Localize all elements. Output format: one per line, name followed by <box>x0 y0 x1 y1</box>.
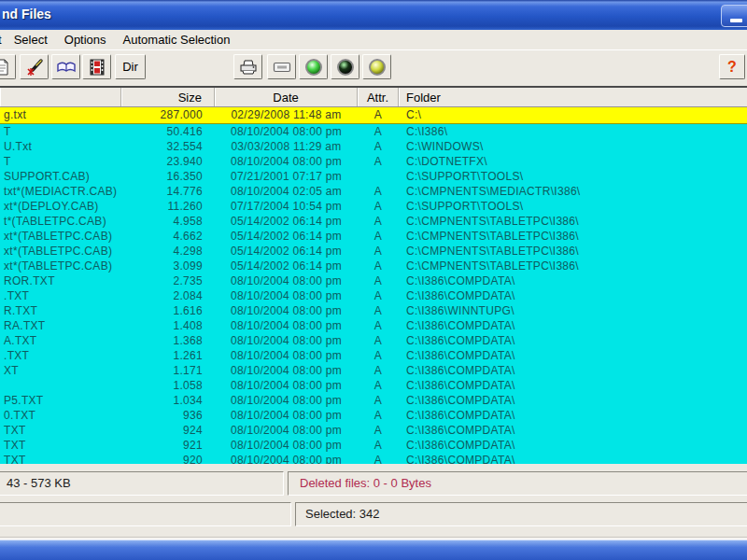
table-row[interactable]: xt*(TABLETPC.CAB)3.09905/14/2002 06:14 p… <box>0 259 747 273</box>
table-row[interactable]: TXT92408/10/2004 08:00 pmAC:\I386\COMPDA… <box>0 423 747 438</box>
cell-date: 05/14/2002 06:14 pm <box>215 244 358 259</box>
table-row[interactable]: TXT92008/10/2004 08:00 pmAC:\I386\COMPDA… <box>0 453 747 464</box>
cell-folder: C:\CMPNENTS\TABLETPC\I386\ <box>399 259 747 273</box>
cell-folder: C:\I386\COMPDATA\ <box>399 438 747 453</box>
table-row[interactable]: g.txt287.00002/29/2008 11:48 amAC:\ <box>0 107 747 124</box>
table-row[interactable]: xt*(TABLETPC.CAB)4.29805/14/2002 06:14 p… <box>0 244 747 259</box>
table-row[interactable]: t*(TABLETPC.CAB)4.95805/14/2002 06:14 pm… <box>0 214 747 229</box>
background-window-bar[interactable] <box>0 539 747 560</box>
cell-size: 1.171 <box>121 363 215 378</box>
table-row[interactable]: P5.TXT1.03408/10/2004 08:00 pmAC:\I386\C… <box>0 393 747 408</box>
led-yellow-button[interactable] <box>362 54 391 79</box>
cell-size: 50.416 <box>121 124 215 139</box>
document-button[interactable] <box>0 54 16 79</box>
cell-date: 08/10/2004 08:00 pm <box>215 378 358 393</box>
clean-button[interactable] <box>20 54 49 79</box>
print-button[interactable] <box>233 54 262 79</box>
film-icon <box>88 58 106 77</box>
menu-item-select[interactable]: Select <box>6 31 56 49</box>
cell-name: txt*(MEDIACTR.CAB) <box>0 184 121 199</box>
cell-folder: C:\CMPNENTS\TABLETPC\I386\ <box>399 214 747 229</box>
led-green-icon <box>305 59 322 76</box>
cell-size: 2.735 <box>121 273 215 288</box>
cell-attr: A <box>358 333 399 348</box>
cell-folder: C:\I386\COMPDATA\ <box>399 423 747 438</box>
led-dark-button[interactable] <box>331 54 359 79</box>
led-green-button[interactable] <box>299 54 328 79</box>
minimize-button[interactable] <box>721 5 747 27</box>
menu-item-options[interactable]: Options <box>56 31 115 49</box>
cell-size: 2.084 <box>121 288 215 303</box>
cell-folder: C:\I386\COMPDATA\ <box>399 363 747 378</box>
led-yellow-icon <box>369 59 386 76</box>
status-deleted-files: Deleted files: 0 - 0 Bytes <box>288 471 747 496</box>
toolbar: Dir ? <box>0 50 747 86</box>
cell-size: 32.554 <box>121 139 215 154</box>
column-header-attr[interactable]: Attr. <box>358 88 399 106</box>
column-header-name[interactable] <box>0 88 121 106</box>
file-list[interactable]: Size Date Attr. Folder g.txt287.00002/29… <box>0 86 747 464</box>
table-row[interactable]: txt*(MEDIACTR.CAB)14.77608/10/2004 02:05… <box>0 184 747 199</box>
cell-name: xt*(TABLETPC.CAB) <box>0 244 121 259</box>
help-icon: ? <box>727 59 737 76</box>
cell-attr: A <box>358 408 399 423</box>
table-row[interactable]: U.Txt32.55403/03/2008 11:29 amAC:\WINDOW… <box>0 139 747 154</box>
cell-folder: C:\SUPPORT\TOOLS\ <box>399 199 747 214</box>
help-button[interactable]: ? <box>719 54 745 79</box>
table-row[interactable]: R.TXT1.61608/10/2004 08:00 pmAC:\I386\WI… <box>0 303 747 318</box>
cell-name: 0.TXT <box>0 408 121 423</box>
cell-date: 07/21/2001 07:17 pm <box>215 169 358 184</box>
label-button[interactable] <box>267 54 296 79</box>
cell-size: 1.616 <box>121 303 215 318</box>
cell-size: 287.000 <box>121 107 215 123</box>
cell-attr: A <box>358 139 399 154</box>
menu-item-automatic-selection[interactable]: Automatic Selection <box>115 31 239 49</box>
cell-date: 05/14/2002 06:14 pm <box>215 214 358 229</box>
cell-folder: C:\I386\ <box>399 124 747 139</box>
cell-size: 4.662 <box>121 229 215 244</box>
cell-name: xt*(DEPLOY.CAB) <box>0 199 121 214</box>
column-header-size[interactable]: Size <box>121 88 215 106</box>
table-row[interactable]: A.TXT1.36808/10/2004 08:00 pmAC:\I386\CO… <box>0 333 747 348</box>
led-dark-icon <box>337 59 354 76</box>
table-row[interactable]: 0.TXT93608/10/2004 08:00 pmAC:\I386\COMP… <box>0 408 747 423</box>
cell-attr: A <box>358 423 399 438</box>
table-row[interactable]: T23.94008/10/2004 08:00 pmAC:\DOTNETFX\ <box>0 154 747 169</box>
cell-attr: A <box>358 288 399 303</box>
cell-attr: A <box>358 214 399 229</box>
cell-attr: A <box>358 244 399 259</box>
table-row[interactable]: xt*(DEPLOY.CAB)11.26007/17/2004 10:54 pm… <box>0 199 747 214</box>
cell-attr: A <box>358 273 399 288</box>
cell-date: 08/10/2004 08:00 pm <box>215 273 358 288</box>
cell-size: 1.408 <box>121 318 215 333</box>
table-row[interactable]: .TXT1.26108/10/2004 08:00 pmAC:\I386\COM… <box>0 348 747 363</box>
cell-folder: C:\I386\COMPDATA\ <box>399 333 747 348</box>
table-row[interactable]: XT1.17108/10/2004 08:00 pmAC:\I386\COMPD… <box>0 363 747 378</box>
table-row[interactable]: xt*(TABLETPC.CAB)4.66205/14/2002 06:14 p… <box>0 229 747 244</box>
cell-folder: C:\I386\COMPDATA\ <box>399 378 747 393</box>
table-row[interactable]: 1.05808/10/2004 08:00 pmAC:\I386\COMPDAT… <box>0 378 747 393</box>
cell-folder: C:\DOTNETFX\ <box>399 154 747 169</box>
dir-button[interactable]: Dir <box>115 54 146 79</box>
table-row[interactable]: ROR.TXT2.73508/10/2004 08:00 pmAC:\I386\… <box>0 273 747 288</box>
document-icon <box>0 58 11 77</box>
table-row[interactable]: T50.41608/10/2004 08:00 pmAC:\I386\ <box>0 124 747 139</box>
cell-folder: C:\I386\COMPDATA\ <box>399 393 747 408</box>
cell-size: 924 <box>121 423 215 438</box>
cell-name <box>0 378 121 393</box>
cell-name: XT <box>0 363 121 378</box>
column-header-folder[interactable]: Folder <box>399 88 747 106</box>
book-button[interactable] <box>51 54 80 79</box>
cell-name: RA.TXT <box>0 318 121 333</box>
column-header-date[interactable]: Date <box>215 88 358 106</box>
cell-date: 08/10/2004 08:00 pm <box>215 303 358 318</box>
window-title: nd Files <box>2 7 51 21</box>
cell-size: 1.368 <box>121 333 215 348</box>
table-row[interactable]: RA.TXT1.40808/10/2004 08:00 pmAC:\I386\C… <box>0 318 747 333</box>
cell-attr: A <box>358 303 399 318</box>
film-button[interactable] <box>82 54 111 79</box>
table-row[interactable]: SUPPORT.CAB)16.35007/21/2001 07:17 pmC:\… <box>0 169 747 184</box>
table-row[interactable]: TXT92108/10/2004 08:00 pmAC:\I386\COMPDA… <box>0 438 747 453</box>
cell-attr: A <box>358 229 399 244</box>
table-row[interactable]: .TXT2.08408/10/2004 08:00 pmAC:\I386\COM… <box>0 288 747 303</box>
